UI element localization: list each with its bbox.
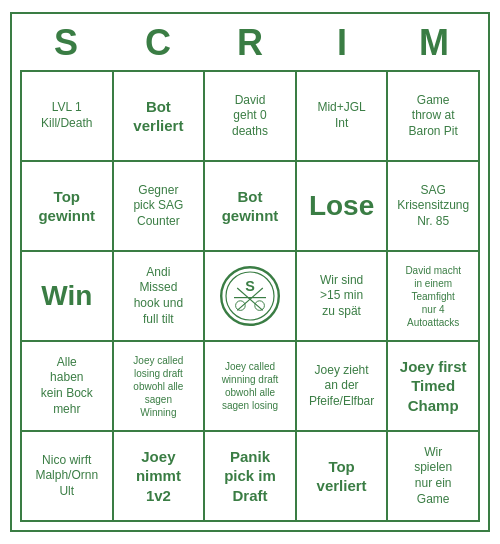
cell-text: Top gewinnt xyxy=(38,187,95,226)
title-letter: C xyxy=(114,22,202,64)
cell-text: David geht 0 deaths xyxy=(232,93,268,140)
cell-2-2[interactable]: S xyxy=(204,251,296,341)
cell-text: Game throw at Baron Pit xyxy=(409,93,458,140)
cell-1-1[interactable]: Gegner pick SAG Counter xyxy=(113,161,205,251)
cell-3-2[interactable]: Joey called winning draft obwohl alle sa… xyxy=(204,341,296,431)
bingo-card: SCRIM LVL 1 Kill/DeathBot verliertDavid … xyxy=(10,12,490,532)
cell-text: David macht in einem Teamfight nur 4 Aut… xyxy=(405,264,461,329)
cell-0-0[interactable]: LVL 1 Kill/Death xyxy=(21,71,113,161)
cell-0-3[interactable]: Mid+JGL Int xyxy=(296,71,388,161)
cell-text: Panik pick im Draft xyxy=(224,447,276,506)
cell-1-2[interactable]: Bot gewinnt xyxy=(204,161,296,251)
cell-0-1[interactable]: Bot verliert xyxy=(113,71,205,161)
cell-2-0[interactable]: Win xyxy=(21,251,113,341)
cell-4-0[interactable]: Nico wirft Malph/Ornn Ult xyxy=(21,431,113,521)
cell-0-2[interactable]: David geht 0 deaths xyxy=(204,71,296,161)
title-letter: S xyxy=(22,22,110,64)
cell-2-1[interactable]: Andi Missed hook und full tilt xyxy=(113,251,205,341)
cell-3-4[interactable]: Joey first Timed Champ xyxy=(387,341,479,431)
cell-text: Wir spielen nur ein Game xyxy=(414,445,452,507)
cell-1-0[interactable]: Top gewinnt xyxy=(21,161,113,251)
cell-text: Joey called winning draft obwohl alle sa… xyxy=(222,360,279,412)
cell-text: Joey zieht an der Pfeife/Elfbar xyxy=(309,363,374,410)
svg-point-7 xyxy=(255,301,265,311)
svg-point-0 xyxy=(221,267,279,325)
cell-text: Joey nimmt 1v2 xyxy=(136,447,181,506)
cell-text: Bot gewinnt xyxy=(222,187,279,226)
cell-text: Gegner pick SAG Counter xyxy=(133,183,183,230)
cell-4-2[interactable]: Panik pick im Draft xyxy=(204,431,296,521)
cell-text: Joey first Timed Champ xyxy=(400,357,467,416)
cell-text: Nico wirft Malph/Ornn Ult xyxy=(35,453,98,500)
cell-3-1[interactable]: Joey called losing draft obwohl alle sag… xyxy=(113,341,205,431)
cell-text: Joey called losing draft obwohl alle sag… xyxy=(133,354,183,419)
cell-2-4[interactable]: David macht in einem Teamfight nur 4 Aut… xyxy=(387,251,479,341)
cell-text: Wir sind >15 min zu spät xyxy=(320,273,363,320)
cell-text: Lose xyxy=(309,188,374,224)
cell-text: Alle haben kein Bock mehr xyxy=(41,355,93,417)
title-letter: R xyxy=(206,22,294,64)
cell-text: SAG Krisensitzung Nr. 85 xyxy=(397,183,469,230)
cell-4-1[interactable]: Joey nimmt 1v2 xyxy=(113,431,205,521)
cell-4-3[interactable]: Top verliert xyxy=(296,431,388,521)
cell-text: Mid+JGL Int xyxy=(317,100,365,131)
svg-point-6 xyxy=(236,301,246,311)
cell-2-3[interactable]: Wir sind >15 min zu spät xyxy=(296,251,388,341)
svg-text:S: S xyxy=(245,278,255,294)
cell-1-4[interactable]: SAG Krisensitzung Nr. 85 xyxy=(387,161,479,251)
cell-0-4[interactable]: Game throw at Baron Pit xyxy=(387,71,479,161)
cell-text: Andi Missed hook und full tilt xyxy=(134,265,183,327)
cell-3-0[interactable]: Alle haben kein Bock mehr xyxy=(21,341,113,431)
cell-text: Win xyxy=(41,278,92,314)
title-letter: M xyxy=(390,22,478,64)
title-letter: I xyxy=(298,22,386,64)
cell-1-3[interactable]: Lose xyxy=(296,161,388,251)
cell-3-3[interactable]: Joey zieht an der Pfeife/Elfbar xyxy=(296,341,388,431)
cell-text: LVL 1 Kill/Death xyxy=(41,100,92,131)
cell-4-4[interactable]: Wir spielen nur ein Game xyxy=(387,431,479,521)
cell-text: Top verliert xyxy=(317,457,367,496)
cell-text: Bot verliert xyxy=(133,97,183,136)
free-space-emblem: S xyxy=(218,264,282,328)
bingo-grid: LVL 1 Kill/DeathBot verliertDavid geht 0… xyxy=(20,70,480,522)
bingo-title: SCRIM xyxy=(20,22,480,64)
